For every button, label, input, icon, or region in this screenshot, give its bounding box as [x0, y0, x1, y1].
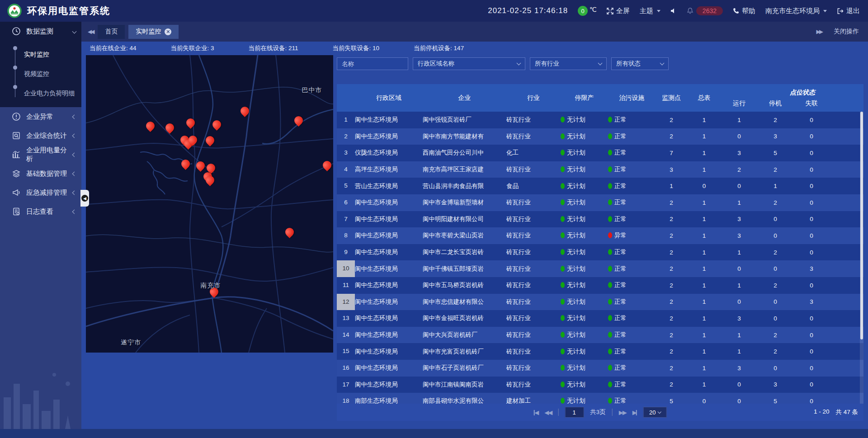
close-operations-button[interactable]: 关闭操作	[834, 28, 859, 36]
table-cell: 3	[337, 145, 355, 161]
status-dot-icon	[561, 365, 565, 371]
table-cell: 2	[721, 166, 757, 173]
page-size-select[interactable]: 20	[643, 407, 667, 418]
table-row[interactable]: 9阆中生态环境局阆中市二龙长宝页岩砖砖瓦行业无计划正常21120	[337, 244, 863, 261]
next-page-icon[interactable]: ▶▶	[619, 409, 626, 416]
table-row[interactable]: 8阆中生态环境局阆中市枣碧大梁山页岩砖瓦行业无计划异常21300	[337, 227, 863, 244]
table-cell: 阆中生态环境局	[355, 248, 423, 256]
theme-dropdown[interactable]: 主题	[640, 7, 660, 15]
table-cell: 食品	[506, 182, 561, 190]
table-cell: 2	[337, 128, 355, 145]
layers-icon	[12, 169, 21, 178]
table-row[interactable]: 16阆中生态环境局阆中市石子页岩机砖厂砖瓦行业无计划正常21300	[337, 360, 863, 377]
sidebar-group: 基础数据管理	[0, 164, 81, 183]
sidebar: 数据监测实时监控视频监控企业电力负荷明细企业异常企业综合统计企业用电量分析基础数…	[0, 22, 81, 438]
table-row[interactable]: 1阆中生态环境局阆中强锐页岩砖厂砖瓦行业无计划正常21120	[337, 112, 863, 128]
table-row[interactable]: 4高坪生态环境局南充市高坪区王家店建砖瓦行业无计划正常31220	[337, 161, 863, 178]
table-cell: 0	[793, 216, 830, 222]
sidebar-item-6[interactable]: 日志查看	[0, 202, 81, 221]
status-filter-select[interactable]: 所有状态	[611, 57, 669, 70]
stat-item: 当前停机设备: 147	[414, 44, 464, 52]
table-row[interactable]: 3仪陇生态环境局西南油气田分公司川中化工无计划正常71350	[337, 145, 863, 161]
sidebar-item-1[interactable]: 企业异常	[0, 107, 81, 126]
sidebar-group: 企业异常	[0, 107, 81, 126]
sidebar-item-4[interactable]: 基础数据管理	[0, 164, 81, 183]
notifications[interactable]: 2632	[687, 6, 723, 15]
logout-icon	[837, 8, 844, 14]
fullscreen-button[interactable]: 全屏	[607, 7, 630, 15]
chevron-left-icon	[72, 114, 77, 119]
status-dot-icon	[561, 232, 565, 238]
tabs-scroll-left-icon[interactable]: ◀◀	[88, 28, 93, 35]
table-cell: 2	[656, 199, 687, 206]
table-scrollbar[interactable]	[860, 112, 863, 404]
tabs-scroll-right-icon[interactable]: ▶▶	[816, 28, 822, 35]
status-dot-icon	[608, 365, 612, 371]
region-filter-select[interactable]: 行政区域名称	[413, 57, 525, 70]
table-cell: 7	[656, 150, 687, 156]
table-row[interactable]: 13阆中生态环境局阆中市金福旺页岩机砖砖瓦行业无计划正常21300	[337, 310, 863, 327]
table-cell: 1	[721, 282, 757, 289]
name-filter-input[interactable]	[342, 61, 403, 67]
table-cell: 1	[687, 133, 721, 140]
sidebar-subitem[interactable]: 实时监控	[15, 42, 81, 62]
table-row[interactable]: 15阆中生态环境局阆中市光富页岩机砖厂砖瓦行业无计划正常21120	[337, 343, 863, 360]
facility-status: 正常	[608, 165, 656, 174]
sidebar-item-3[interactable]: 企业用电量分析	[0, 145, 81, 164]
stop-status: 无计划	[561, 281, 608, 289]
tab-close-icon[interactable]: ✕	[165, 28, 171, 35]
sound-button[interactable]	[670, 8, 677, 14]
sidebar-item-0[interactable]: 数据监测	[0, 22, 81, 41]
table-cell: 2	[656, 265, 687, 272]
org-dropdown[interactable]: 南充市生态环境局	[765, 7, 827, 15]
table-row[interactable]: 10阆中生态环境局阆中千佛镇五郎垭页岩砖瓦行业无计划正常21003	[337, 260, 863, 277]
tabbar: ◀◀ 首页 实时监控 ✕ ▶▶ 关闭操作	[81, 22, 868, 42]
stop-status: 无计划	[561, 348, 608, 356]
sidebar-item-5[interactable]: 应急减排管理	[0, 183, 81, 202]
name-filter[interactable]	[337, 57, 408, 70]
table-cell: 南部县砌华水泥有限公	[423, 397, 506, 404]
table-cell: 2	[757, 166, 793, 173]
tab-realtime-monitor[interactable]: 实时监控 ✕	[128, 25, 179, 39]
table-row[interactable]: 11阆中生态环境局阆中市五马桥页岩机砖砖瓦行业无计划正常21120	[337, 277, 863, 294]
sidebar-item-2[interactable]: 企业综合统计	[0, 126, 81, 145]
map-panel[interactable]: 巴中市南充市遂宁市	[86, 55, 333, 353]
sidebar-subitem[interactable]: 视频监控	[15, 62, 81, 81]
prev-page-icon[interactable]: ◀◀	[544, 409, 552, 416]
stop-status: 无计划	[561, 149, 608, 157]
table-row[interactable]: 12阆中生态环境局阆中市忠信建材有限公砖瓦行业无计划正常21003	[337, 294, 863, 311]
table-row[interactable]: 5营山生态环境局营山县润丰肉食品有限食品无计划正常10010	[337, 178, 863, 194]
table-row[interactable]: 6阆中生态环境局阆中市金博瑞新型墙材砖瓦行业无计划正常21120	[337, 194, 863, 211]
status-dot-icon	[561, 266, 565, 272]
table-row[interactable]: 14阆中生态环境局阆中大兴页岩机砖厂砖瓦行业无计划正常21120	[337, 327, 863, 344]
filter-row: 行政区域名称 所有行业 所有状态	[337, 57, 863, 70]
table-cell: 阆中市江南镇阆南页岩	[423, 381, 506, 389]
col-industry: 行业	[506, 84, 561, 112]
facility-status: 正常	[608, 348, 656, 356]
help-button[interactable]: 帮助	[733, 7, 755, 15]
table-cell: 1	[687, 332, 721, 339]
panel-collapse-button[interactable]: ◀	[80, 190, 89, 207]
logout-button[interactable]: 退出	[837, 7, 860, 15]
map-city-label: 巴中市	[302, 86, 322, 94]
chevron-down-icon	[598, 61, 603, 66]
tab-home[interactable]: 首页	[98, 25, 125, 39]
table-cell: 3	[721, 315, 757, 322]
page-input[interactable]	[565, 407, 584, 418]
table-cell: 1	[687, 265, 721, 272]
table-cell: 化工	[506, 149, 561, 157]
table-cell: 1	[687, 117, 721, 123]
first-page-icon[interactable]: ◀	[533, 409, 538, 416]
table-row[interactable]: 7阆中生态环境局阆中明阳建材有限公司砖瓦行业无计划正常21300	[337, 211, 863, 228]
notification-badge: 2632	[696, 6, 723, 15]
sidebar-subitem[interactable]: 企业电力负荷明细	[15, 81, 81, 101]
table-row[interactable]: 17阆中生态环境局阆中市江南镇阆南页岩砖瓦行业无计划正常21030	[337, 377, 863, 393]
table-cell: 0	[757, 315, 793, 322]
table-cell: 阆中生态环境局	[355, 198, 423, 207]
temperature-value: 0	[578, 6, 588, 16]
table-row[interactable]: 2阆中生态环境局阆中市南方节能建材有砖瓦行业无计划正常21030	[337, 128, 863, 145]
last-page-icon[interactable]: ▶	[632, 409, 637, 416]
table-cell: 砖瓦行业	[506, 116, 561, 124]
table-row[interactable]: 18南部生态环境局南部县砌华水泥有限公建材加工无计划正常50050	[337, 393, 863, 404]
industry-filter-select[interactable]: 所有行业	[530, 57, 607, 70]
